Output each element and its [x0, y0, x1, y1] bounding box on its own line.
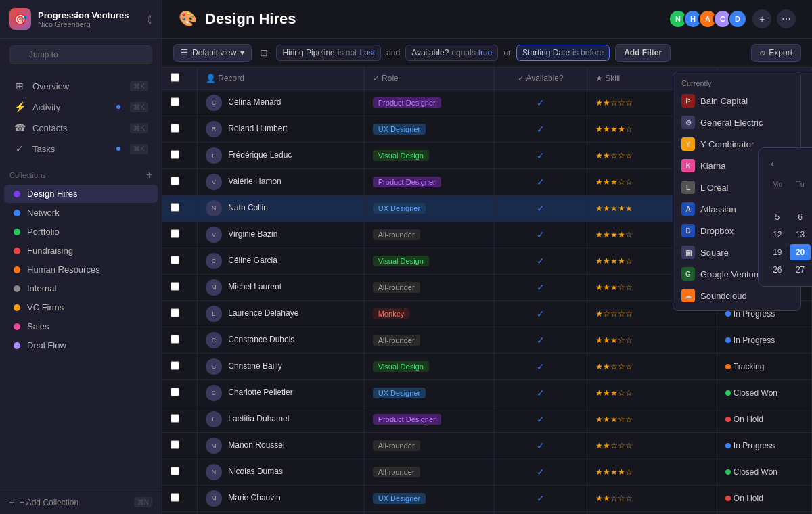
row-checkbox[interactable] — [162, 90, 197, 116]
cal-day-19[interactable]: 19 — [767, 244, 788, 260]
row-role[interactable]: UX Designer — [364, 116, 494, 143]
sidebar-item-contacts[interactable]: ☎ Contacts ⌘K — [4, 118, 158, 138]
row-role[interactable]: All-rounder — [364, 327, 494, 354]
sidebar-item-tasks[interactable]: ✓ Tasks ⌘K — [4, 139, 158, 159]
row-checkbox[interactable] — [162, 512, 197, 515]
export-button[interactable]: ⎋ Export — [751, 44, 801, 62]
row-record[interactable]: V Valérie Hamon — [197, 169, 364, 195]
row-available[interactable]: ✓ — [494, 406, 587, 433]
row-role[interactable]: UX Designer — [364, 195, 494, 222]
row-available[interactable]: ✓ — [494, 195, 587, 222]
cal-day-12[interactable]: 12 — [767, 227, 788, 243]
cal-day-13[interactable]: 13 — [790, 227, 811, 243]
collection-item-internal[interactable]: Internal — [4, 279, 158, 298]
row-available[interactable]: ✓ — [494, 301, 587, 327]
row-checkbox[interactable] — [162, 327, 197, 354]
row-skill[interactable]: ★★★☆☆ — [587, 406, 717, 433]
row-record[interactable]: L Laurence Delahaye — [197, 301, 364, 327]
view-selector-button[interactable]: ☰ Default view ▾ — [173, 44, 252, 62]
add-member-button[interactable]: + — [752, 9, 771, 28]
collection-item-portfolio[interactable]: Portfolio — [4, 223, 158, 241]
collection-item-network[interactable]: Network — [4, 204, 158, 222]
filter-hiring-pipeline[interactable]: Hiring Pipeline is not Lost — [276, 45, 381, 61]
filter-icon-button[interactable]: ⊟ — [257, 45, 271, 61]
row-skill[interactable]: ★★★★☆ — [587, 512, 717, 515]
collection-item-design-hires[interactable]: Design Hires — [4, 185, 158, 203]
row-checkbox[interactable] — [162, 275, 197, 301]
row-available[interactable]: ✓ — [494, 327, 587, 354]
row-skill[interactable]: ★★★☆☆ — [587, 327, 717, 354]
add-filter-button[interactable]: Add Filter — [615, 44, 671, 62]
row-checkbox[interactable] — [162, 222, 197, 248]
row-available[interactable]: ✓ — [494, 433, 587, 459]
company-general-electric[interactable]: ⚙ General Electric — [673, 112, 800, 133]
collection-item-vc-firms[interactable]: VC Firms — [4, 298, 158, 317]
row-record[interactable]: V Virginie Bazin — [197, 222, 364, 248]
row-role[interactable]: All-rounder — [364, 222, 494, 248]
add-collection-button[interactable]: + + Add Collection ⌘N — [0, 490, 162, 514]
row-record[interactable]: N Nicolas Dumas — [197, 459, 364, 486]
sidebar-item-overview[interactable]: ⊞ Overview ⌘K — [4, 76, 158, 96]
row-available[interactable]: ✓ — [494, 354, 587, 380]
row-available[interactable]: ✓ — [494, 248, 587, 275]
row-record[interactable]: M Marie Chauvin — [197, 486, 364, 512]
row-skill[interactable]: ★★☆☆☆ — [587, 354, 717, 380]
row-role[interactable]: All-rounder — [364, 459, 494, 486]
row-available[interactable]: ✓ — [494, 459, 587, 486]
cal-day-26[interactable]: 26 — [767, 262, 788, 278]
row-record[interactable]: T Thibault Hubert — [197, 512, 364, 515]
row-record[interactable]: C Constance Dubois — [197, 327, 364, 354]
row-role[interactable]: UX Designer — [364, 486, 494, 512]
sidebar-collapse-button[interactable]: ⟪ — [147, 14, 152, 24]
row-skill[interactable]: ★★☆☆☆ — [587, 486, 717, 512]
cal-day-27[interactable]: 27 — [790, 262, 811, 278]
row-record[interactable]: C Céline Garcia — [197, 248, 364, 275]
row-available[interactable]: ✓ — [494, 380, 587, 406]
row-available[interactable]: ✓ — [494, 222, 587, 248]
row-record[interactable]: F Frédérique Leduc — [197, 143, 364, 169]
row-checkbox[interactable] — [162, 248, 197, 275]
row-checkbox[interactable] — [162, 354, 197, 380]
row-available[interactable]: ✓ — [494, 169, 587, 195]
row-available[interactable]: ✓ — [494, 116, 587, 143]
row-record[interactable]: C Célina Menard — [197, 90, 364, 116]
row-available[interactable]: ✓ — [494, 275, 587, 301]
row-record[interactable]: C Christine Bailly — [197, 354, 364, 380]
row-available[interactable]: ✓ — [494, 486, 587, 512]
cal-day-6[interactable]: 6 — [790, 209, 811, 225]
row-skill[interactable]: ★★★★☆ — [587, 459, 717, 486]
row-checkbox[interactable] — [162, 116, 197, 143]
collection-item-deal-flow[interactable]: Deal Flow — [4, 336, 158, 354]
company-soundcloud[interactable]: ☁ Soundcloud — [673, 285, 800, 306]
row-role[interactable]: All-rounder — [364, 433, 494, 459]
row-record[interactable]: M Manon Roussel — [197, 433, 364, 459]
row-available[interactable]: ✓ — [494, 90, 587, 116]
row-role[interactable]: UX Designer — [364, 380, 494, 406]
row-role[interactable]: Product Designer — [364, 406, 494, 433]
row-checkbox[interactable] — [162, 195, 197, 222]
row-skill[interactable]: ★★★☆☆ — [587, 380, 717, 406]
search-input[interactable] — [9, 45, 152, 64]
row-role[interactable]: Product Designer — [364, 90, 494, 116]
calendar-prev-button[interactable]: ‹ — [767, 156, 778, 171]
more-options-button[interactable]: ⋯ — [777, 9, 796, 28]
add-collection-icon-btn[interactable]: + — [146, 169, 152, 181]
col-record[interactable]: 👤 Record — [197, 68, 364, 90]
row-role[interactable]: Product Designer — [364, 169, 494, 195]
row-role[interactable]: Visual Design — [364, 354, 494, 380]
row-role[interactable]: Visual Design — [364, 512, 494, 515]
row-checkbox[interactable] — [162, 486, 197, 512]
filter-starting-date[interactable]: Starting Date is before — [516, 45, 610, 61]
row-available[interactable]: ✓ — [494, 512, 587, 515]
row-checkbox[interactable] — [162, 301, 197, 327]
row-checkbox[interactable] — [162, 433, 197, 459]
collection-item-fundraising[interactable]: Fundraising — [4, 241, 158, 260]
row-record[interactable]: R Roland Humbert — [197, 116, 364, 143]
row-skill[interactable]: ★★☆☆☆ — [587, 433, 717, 459]
row-role[interactable]: Visual Design — [364, 248, 494, 275]
row-checkbox[interactable] — [162, 169, 197, 195]
col-role[interactable]: ✓ Role — [364, 68, 494, 90]
row-record[interactable]: M Michel Laurent — [197, 275, 364, 301]
col-available[interactable]: ✓ Available? — [494, 68, 587, 90]
row-role[interactable]: All-rounder — [364, 275, 494, 301]
